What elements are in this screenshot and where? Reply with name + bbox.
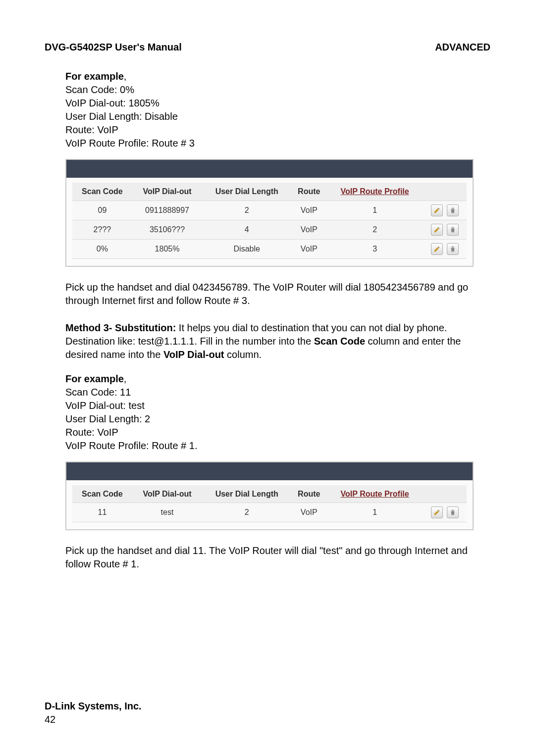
method3-paragraph: Method 3- Substitution: It helps you dia… [65, 321, 474, 361]
edit-icon[interactable] [431, 243, 443, 255]
config-table-1: Scan Code VoIP Dial-out User Dial Length… [65, 159, 474, 267]
table-row: 11 test 2 VoIP 1 [72, 503, 467, 522]
example2-line4: Route: VoIP [65, 427, 118, 438]
config-table-1-titlebar [66, 160, 473, 178]
paragraph-after-table1: Pick up the handset and dial 0423456789.… [65, 281, 474, 307]
example2-title: For example [65, 373, 124, 384]
example1-line3: User Dial Length: Disable [65, 111, 178, 122]
col-scan: Scan Code [72, 183, 132, 201]
body: For example, Scan Code: 0% VoIP Dial-out… [65, 70, 474, 571]
col-dial: VoIP Dial-out [132, 183, 202, 201]
footer-company: D-Link Systems, Inc. [45, 701, 142, 711]
table-row: 09 0911888997 2 VoIP 1 [72, 201, 467, 220]
config-table-2-titlebar [66, 462, 473, 480]
col-len: User Dial Length [202, 183, 291, 201]
example1-block: For example, Scan Code: 0% VoIP Dial-out… [65, 70, 474, 150]
col-len: User Dial Length [202, 485, 291, 503]
table-row: 2??? 35106??? 4 VoIP 2 [72, 220, 467, 239]
example2-line1: Scan Code: 11 [65, 387, 131, 398]
example1-line1: Scan Code: 0% [65, 84, 134, 95]
header-right: ADVANCED [435, 41, 490, 54]
col-scan: Scan Code [72, 485, 132, 503]
table-row: 0% 1805% Disable VoIP 3 [72, 239, 467, 258]
table-header-row: Scan Code VoIP Dial-out User Dial Length… [72, 183, 467, 201]
page: DVG-G5402SP User's Manual ADVANCED For e… [0, 0, 535, 756]
example2-line2: VoIP Dial-out: test [65, 400, 145, 411]
delete-icon[interactable] [447, 506, 459, 518]
col-actions [423, 485, 467, 503]
example1-line2: VoIP Dial-out: 1805% [65, 98, 160, 108]
col-dial: VoIP Dial-out [132, 485, 202, 503]
page-footer: D-Link Systems, Inc. 42 [45, 700, 142, 726]
config-table-2-grid: Scan Code VoIP Dial-out User Dial Length… [72, 485, 467, 523]
example2-block: For example, Scan Code: 11 VoIP Dial-out… [65, 372, 474, 453]
delete-icon[interactable] [447, 224, 459, 236]
table-header-row: Scan Code VoIP Dial-out User Dial Length… [72, 485, 467, 503]
example1-line4: Route: VoIP [65, 124, 118, 135]
col-profile[interactable]: VoIP Route Profile [326, 485, 423, 503]
delete-icon[interactable] [447, 204, 459, 216]
method3-lead: Method 3- Substitution: [65, 322, 176, 333]
edit-icon[interactable] [431, 224, 443, 236]
example1-line5: VoIP Route Profile: Route # 3 [65, 138, 195, 149]
footer-page-number: 42 [45, 714, 55, 725]
example1-title: For example [65, 71, 124, 82]
page-header: DVG-G5402SP User's Manual ADVANCED [45, 41, 490, 54]
config-table-2: Scan Code VoIP Dial-out User Dial Length… [65, 461, 474, 531]
config-table-1-grid: Scan Code VoIP Dial-out User Dial Length… [72, 183, 467, 259]
edit-icon[interactable] [431, 506, 443, 518]
header-left: DVG-G5402SP User's Manual [45, 41, 182, 54]
example2-line5: VoIP Route Profile: Route # 1. [65, 440, 197, 451]
paragraph-after-table2: Pick up the handset and dial 11. The VoI… [65, 544, 474, 571]
example2-line3: User Dial Length: 2 [65, 413, 150, 424]
col-actions [423, 183, 467, 201]
col-route: Route [291, 485, 326, 503]
col-route: Route [291, 183, 326, 201]
col-profile[interactable]: VoIP Route Profile [326, 183, 423, 201]
delete-icon[interactable] [447, 243, 459, 255]
edit-icon[interactable] [431, 204, 443, 216]
